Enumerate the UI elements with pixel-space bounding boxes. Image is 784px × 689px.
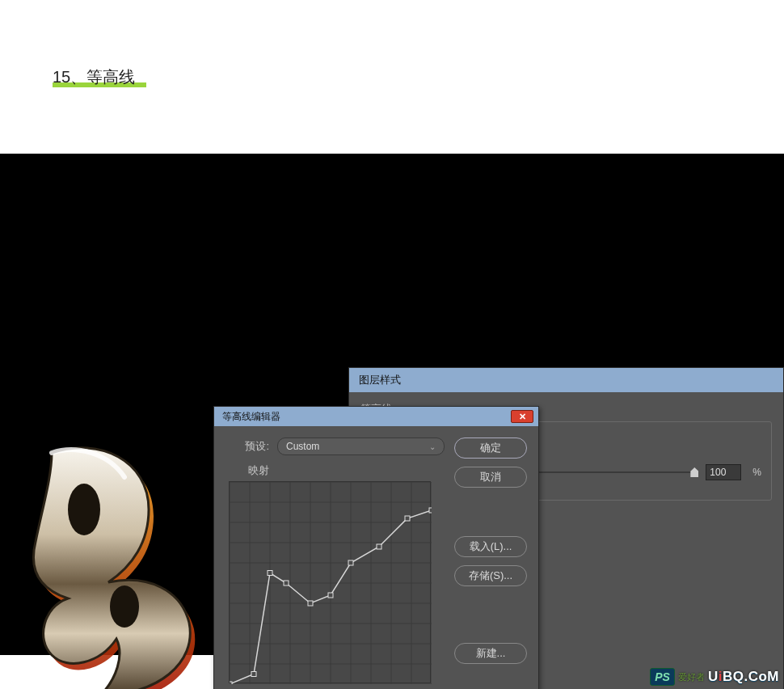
close-button[interactable]: ✕	[511, 410, 533, 423]
svg-point-1	[110, 585, 139, 628]
cancel-button[interactable]: 取消	[454, 467, 527, 488]
svg-rect-29	[328, 593, 333, 598]
svg-rect-30	[348, 560, 353, 565]
uibq-logo: UiBQ.CoM	[708, 669, 779, 685]
ps-small: 爱好者	[678, 671, 705, 683]
corner-watermark: PS 爱好者 UiBQ.CoM	[650, 668, 779, 686]
new-button[interactable]: 新建...	[454, 643, 527, 664]
chevron-down-icon: ⌄	[429, 442, 436, 451]
save-button[interactable]: 存储(S)...	[454, 565, 527, 586]
dialog-contour-editor: 等高线编辑器 ✕ 预设: Custom ⌄ 映射	[213, 406, 539, 689]
preset-select[interactable]: Custom ⌄	[277, 437, 445, 455]
mapping-label: 映射	[226, 463, 269, 478]
svg-rect-33	[429, 508, 432, 513]
canvas-area: 图层样式 等高线 图素 等高线: ▾ 消除锯齿(L	[0, 154, 784, 655]
svg-rect-26	[268, 571, 272, 576]
range-input[interactable]: 100	[706, 464, 741, 480]
svg-rect-27	[284, 581, 289, 585]
svg-rect-32	[405, 516, 410, 521]
layer-style-titlebar[interactable]: 图层样式	[349, 368, 783, 392]
svg-rect-28	[308, 601, 313, 606]
curve-editor[interactable]	[229, 481, 431, 683]
range-slider-thumb[interactable]	[690, 467, 698, 477]
svg-point-0	[68, 484, 100, 535]
contour-editor-titlebar[interactable]: 等高线编辑器 ✕	[214, 407, 538, 426]
preset-value: Custom	[286, 441, 319, 452]
svg-rect-31	[377, 544, 381, 549]
ps-badge: PS	[650, 668, 675, 686]
close-icon: ✕	[519, 412, 526, 422]
artwork-preview	[27, 429, 213, 689]
ok-button[interactable]: 确定	[454, 437, 527, 459]
svg-rect-25	[251, 672, 256, 677]
svg-rect-24	[230, 682, 232, 684]
contour-editor-title: 等高线编辑器	[222, 410, 280, 424]
step-title: 15、等高线	[53, 66, 135, 88]
preset-label: 预设:	[226, 439, 269, 454]
load-button[interactable]: 载入(L)...	[454, 536, 527, 557]
range-unit: %	[752, 467, 761, 478]
layer-style-title: 图层样式	[359, 373, 401, 387]
